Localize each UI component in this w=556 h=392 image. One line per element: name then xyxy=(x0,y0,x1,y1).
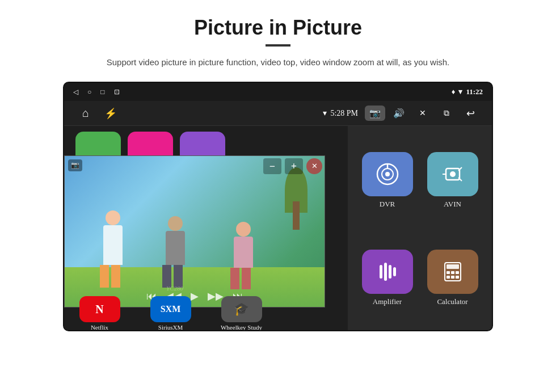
camera-button[interactable]: 📷 xyxy=(365,106,385,121)
square-icon[interactable]: □ xyxy=(100,88,104,96)
svg-rect-15 xyxy=(456,271,459,274)
nav-left: ⌂ ⚡ xyxy=(75,103,121,124)
person1 xyxy=(99,210,127,284)
status-time: 11:22 xyxy=(466,87,483,96)
video-content: 📷 − + ✕ ⏮ ◀◀ ▶ ▶▶ ⏭ xyxy=(65,156,325,307)
status-bar-right: ♦ ▾ 11:22 xyxy=(452,87,483,96)
page-subtitle: Support video picture in picture functio… xyxy=(107,56,449,69)
avin-label: AVIN xyxy=(444,200,461,209)
svg-rect-10 xyxy=(393,267,396,276)
wifi-icon: ▾ xyxy=(458,87,462,96)
video-overlay[interactable]: 📷 − + ✕ ⏮ ◀◀ ▶ ▶▶ ⏭ xyxy=(64,155,325,307)
device-frame: ◁ ○ □ ⊡ ♦ ▾ 11:22 ⌂ ⚡ ▾ 5:28 PM 📷 🔊 xyxy=(63,82,493,331)
status-bar-left: ◁ ○ □ ⊡ xyxy=(73,88,120,96)
nav-time: 5:28 PM xyxy=(330,109,358,118)
netflix-label: Netflix xyxy=(91,324,108,331)
pip-icon[interactable]: ⧉ xyxy=(436,103,457,124)
wheelkey-label: Wheelkey Study xyxy=(221,324,262,331)
calculator-label: Calculator xyxy=(437,297,467,306)
svg-rect-16 xyxy=(447,276,450,279)
nav-bar: ⌂ ⚡ ▾ 5:28 PM 📷 🔊 ✕ ⧉ ↩ xyxy=(64,101,492,126)
back-arrow-icon[interactable]: ◁ xyxy=(73,88,78,96)
app-calculator[interactable]: Calculator xyxy=(420,229,485,327)
volume-icon[interactable]: 🔊 xyxy=(389,103,409,124)
location-icon: ♦ xyxy=(452,87,456,96)
app-avin[interactable]: AVIN xyxy=(420,132,485,229)
usb-icon[interactable]: ⚡ xyxy=(100,103,121,124)
amplifier-label: Amplifier xyxy=(373,297,402,306)
video-minus-btn[interactable]: − xyxy=(263,158,281,174)
home-circle-icon[interactable]: ○ xyxy=(87,88,91,96)
calculator-svg xyxy=(440,259,465,284)
avin-svg xyxy=(440,162,465,187)
title-divider xyxy=(266,44,290,47)
cast-icon[interactable]: ⊡ xyxy=(114,88,120,96)
tree-trunk xyxy=(293,201,300,230)
amplifier-svg xyxy=(375,259,400,284)
svg-rect-17 xyxy=(451,276,454,279)
app-wheelkey[interactable]: 🎓 Wheelkey Study xyxy=(206,296,277,331)
app-siriusxm[interactable]: SXM SiriusXM xyxy=(135,296,206,331)
person2 xyxy=(161,216,189,284)
app-netflix[interactable]: N Netflix xyxy=(64,296,135,331)
dvr-label: DVR xyxy=(380,200,395,209)
app-amplifier[interactable]: Amplifier xyxy=(355,229,420,327)
svg-rect-13 xyxy=(447,271,450,274)
dvr-icon xyxy=(362,152,413,196)
dvr-svg xyxy=(375,162,400,187)
video-top-controls: − + ✕ xyxy=(263,158,322,174)
video-camera-icon: 📷 xyxy=(68,159,82,171)
page-container: Picture in Picture Support video picture… xyxy=(0,0,556,392)
wheelkey-icon: 🎓 xyxy=(221,296,262,322)
home-button[interactable]: ⌂ xyxy=(75,103,96,124)
svg-rect-9 xyxy=(389,265,391,279)
avin-icon xyxy=(427,152,478,196)
app-row-bottom: N Netflix SXM SiriusXM 🎓 W xyxy=(64,294,348,331)
video-plus-btn[interactable]: + xyxy=(285,158,303,174)
sirius-label: SiriusXM xyxy=(158,324,183,331)
watermark: YC280 xyxy=(166,285,183,292)
close-pip-icon[interactable]: ✕ xyxy=(412,103,433,124)
right-app-grid: DVR AVIN xyxy=(348,126,492,331)
svg-rect-14 xyxy=(451,271,454,274)
video-close-btn[interactable]: ✕ xyxy=(306,158,322,174)
svg-rect-18 xyxy=(456,276,459,279)
nav-right: ▾ 5:28 PM 📷 🔊 ✕ ⧉ ↩ xyxy=(323,103,481,124)
svg-point-5 xyxy=(450,171,456,177)
sirius-icon: SXM xyxy=(150,296,191,322)
amplifier-icon xyxy=(362,250,413,294)
back-nav-icon[interactable]: ↩ xyxy=(460,103,481,124)
left-side: 📷 − + ✕ ⏮ ◀◀ ▶ ▶▶ ⏭ xyxy=(64,126,348,331)
netflix-icon: N xyxy=(79,296,120,322)
wifi-nav-icon: ▾ xyxy=(323,108,327,118)
page-title: Picture in Picture xyxy=(194,16,362,40)
main-area: 📷 − + ✕ ⏮ ◀◀ ▶ ▶▶ ⏭ xyxy=(64,126,492,331)
svg-rect-8 xyxy=(384,263,387,281)
svg-point-2 xyxy=(385,172,390,176)
status-bar: ◁ ○ □ ⊡ ♦ ▾ 11:22 xyxy=(64,83,492,101)
svg-rect-7 xyxy=(380,265,382,279)
person3 xyxy=(229,222,258,284)
svg-rect-12 xyxy=(447,264,459,269)
calculator-icon xyxy=(427,250,478,294)
app-dvr[interactable]: DVR xyxy=(355,132,420,229)
